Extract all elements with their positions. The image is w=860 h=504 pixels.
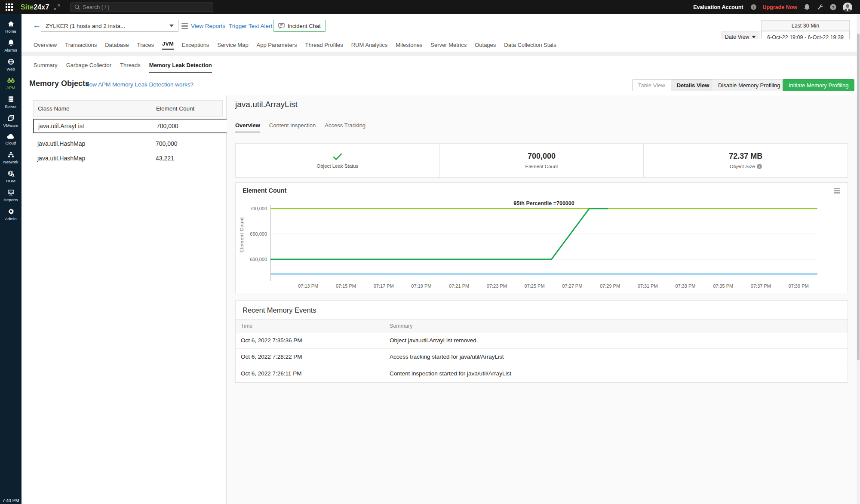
element-count-chart-card: Element Count Element Count 700,000650,0… — [235, 182, 848, 293]
tab-rum-analytics[interactable]: RUM Analytics — [351, 42, 388, 49]
subtab-garbage-collector[interactable]: Garbage Collector — [66, 62, 112, 68]
chevron-down-icon — [169, 25, 174, 27]
tab-server-metrics[interactable]: Server Metrics — [430, 42, 467, 49]
col-time: Time — [236, 323, 390, 329]
incident-chat-button[interactable]: Incident Chat — [273, 20, 326, 32]
back-arrow-icon[interactable]: ← — [33, 21, 41, 29]
subtab-threads[interactable]: Threads — [120, 62, 141, 68]
tab-database[interactable]: Database — [105, 42, 129, 49]
svg-text:07:27 PM: 07:27 PM — [562, 283, 582, 289]
page-scrollbar-track — [857, 14, 860, 504]
table-header: Class Name Element Count — [33, 100, 223, 117]
sidebar-item-cloud[interactable]: Cloud — [0, 131, 22, 148]
help-icon[interactable]: ? — [829, 3, 837, 11]
site24x7-logo[interactable]: Site24x7 — [21, 3, 49, 11]
svg-text:07:13 PM: 07:13 PM — [298, 283, 318, 289]
sidebar-item-alarms[interactable]: Alarms — [0, 37, 22, 55]
subtab-summary[interactable]: Summary — [34, 62, 58, 68]
tab-exceptions[interactable]: Exceptions — [182, 42, 209, 49]
table-row[interactable]: java.util.HashMap 700,000 — [33, 136, 223, 151]
svg-text:07:29 PM: 07:29 PM — [600, 283, 620, 289]
initiate-memory-profiling-button[interactable]: Initiate Memory Profiling — [783, 79, 854, 91]
class-detail-panel: java.util.ArrayList Overview Content Ins… — [227, 95, 857, 504]
account-label: Evaluation Account — [693, 4, 743, 10]
left-nav-rail: Home Alarms Web APM Server VMware — [0, 14, 22, 504]
event-row: Oct 6, 2022 7:35:36 PM Object java.util.… — [236, 332, 848, 349]
detail-tab-access-tracking[interactable]: Access Tracking — [325, 122, 366, 132]
sidebar-item-web[interactable]: Web — [0, 55, 22, 74]
sidebar-item-server[interactable]: Server — [0, 93, 22, 112]
network-icon — [7, 151, 15, 158]
tab-traces[interactable]: Traces — [137, 42, 154, 49]
tab-app-parameters[interactable]: App Parameters — [257, 42, 297, 49]
sidebar-item-apm[interactable]: APM — [0, 74, 22, 93]
table-row[interactable]: java.util.ArrayList 700,000 — [33, 119, 228, 133]
sidebar-item-home[interactable]: Home — [0, 18, 22, 37]
help-link[interactable]: How APM Memory Leak Detection works? — [85, 81, 194, 88]
tab-data-collection-stats[interactable]: Data Collection Stats — [504, 42, 556, 49]
svg-text:07:15 PM: 07:15 PM — [336, 283, 356, 289]
chart-title: Element Count — [243, 187, 286, 194]
sidebar-item-reports[interactable]: Reports — [0, 186, 22, 205]
fullscreen-icon[interactable] — [54, 4, 60, 10]
tab-service-map[interactable]: Service Map — [217, 42, 248, 49]
col-class-name: Class Name — [34, 105, 156, 112]
tab-overview[interactable]: Overview — [34, 42, 57, 49]
col-summary: Summary — [390, 323, 412, 329]
user-avatar[interactable] — [843, 3, 852, 12]
details-view-button[interactable]: Details View — [671, 80, 715, 91]
stat-object-leak-status: Object Leak Status — [236, 144, 439, 177]
globe-icon — [7, 58, 15, 65]
sidebar-item-rum[interactable]: RUM — [0, 167, 22, 186]
sidebar-item-admin[interactable]: Admin — [0, 205, 22, 224]
monitor-header: ← ZYLKER (1 hosts and 2 insta... View Re… — [22, 14, 860, 39]
memory-objects-list: Class Name Element Count java.util.Array… — [22, 95, 227, 504]
subtab-memory-leak-detection[interactable]: Memory Leak Detection — [149, 57, 212, 73]
upgrade-link[interactable]: Upgrade Now — [762, 4, 797, 10]
disable-memory-profiling-button[interactable]: Disable Memory Profiling — [712, 79, 787, 91]
stats-card: Object Leak Status 700,000 Element Count… — [235, 143, 848, 178]
tab-milestones[interactable]: Milestones — [396, 42, 422, 49]
stat-object-size: 72.37 MB Object Sizei — [643, 144, 848, 177]
chart-y-axis-label: Element Count — [239, 213, 244, 256]
object-size-info-icon[interactable]: i — [757, 164, 762, 169]
events-title: Recent Memory Events — [236, 301, 848, 319]
view-toggle: Table View Details View — [632, 79, 715, 91]
view-reports-link[interactable]: View Reports — [181, 23, 225, 29]
detail-tabs: Overview Content Inspection Access Track… — [235, 122, 366, 132]
svg-text:?: ? — [832, 5, 835, 9]
sidebar-item-vmware[interactable]: VMware — [0, 112, 22, 131]
monitor-dropdown[interactable]: ZYLKER (1 hosts and 2 insta... — [41, 20, 178, 32]
svg-text:07:17 PM: 07:17 PM — [374, 283, 394, 289]
link-divider — [224, 22, 224, 30]
tab-thread-profiles[interactable]: Thread Profiles — [305, 42, 343, 49]
topbar-right: Evaluation Account i Upgrade Now ? — [693, 0, 852, 14]
detail-title: java.util.ArrayList — [235, 100, 298, 109]
detail-tab-overview[interactable]: Overview — [235, 122, 260, 132]
admin-tools-wrench-icon[interactable] — [817, 4, 823, 11]
svg-text:07:25 PM: 07:25 PM — [525, 283, 545, 289]
table-view-button[interactable]: Table View — [633, 80, 671, 91]
time-range-preset[interactable]: Last 30 Min — [761, 20, 850, 31]
tab-transactions[interactable]: Transactions — [65, 42, 97, 49]
top-bar: Site24x7 Evaluation Account i Upgrade No… — [0, 0, 860, 14]
svg-text:07:33 PM: 07:33 PM — [675, 283, 695, 289]
account-info-icon[interactable]: i — [751, 4, 756, 10]
search-input[interactable] — [83, 4, 209, 10]
chart-menu-icon[interactable] — [834, 188, 840, 194]
svg-text:07:37 PM: 07:37 PM — [751, 283, 771, 289]
svg-text:95th Percentile =700000: 95th Percentile =700000 — [513, 200, 574, 206]
detail-tab-content-inspection[interactable]: Content Inspection — [269, 122, 316, 132]
trigger-test-alert-link[interactable]: Trigger Test Alert — [229, 23, 272, 29]
tab-outages[interactable]: Outages — [475, 42, 496, 49]
bell-icon — [7, 39, 15, 46]
notifications-bell-icon[interactable] — [803, 3, 811, 11]
app-grid-icon[interactable] — [6, 3, 13, 11]
sidebar-item-network[interactable]: Network — [0, 148, 22, 167]
svg-text:07:31 PM: 07:31 PM — [638, 283, 658, 289]
table-row[interactable]: java.util.HashMap 43,221 — [33, 151, 223, 166]
element-count-line-chart: 700,000650,000600,00007:13 PM07:15 PM07:… — [246, 198, 844, 289]
global-search — [71, 3, 213, 12]
page-scrollbar-thumb[interactable] — [857, 34, 860, 360]
tab-jvm[interactable]: JVM — [162, 40, 174, 50]
